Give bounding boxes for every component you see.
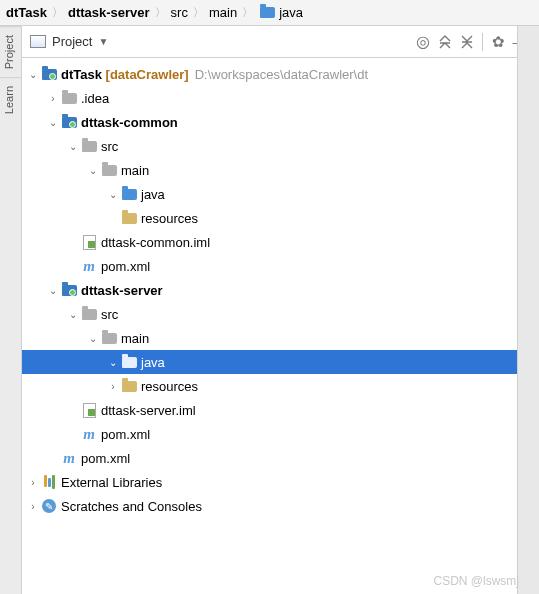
chevron-right-icon: 〉: [52, 5, 63, 20]
tree-node-server-iml[interactable]: › dttask-server.iml: [22, 398, 539, 422]
source-folder-icon: [120, 353, 138, 371]
tree-node-root[interactable]: ⌄ dtTask [dataCrawler] D:\workspaces\dat…: [22, 62, 539, 86]
gear-icon[interactable]: ✿: [487, 31, 509, 53]
scratches-icon: ✎: [40, 497, 58, 515]
folder-icon: [100, 161, 118, 179]
maven-file-icon: m: [80, 257, 98, 275]
tree-node-server-main[interactable]: ⌄ main: [22, 326, 539, 350]
maven-file-icon: m: [80, 425, 98, 443]
module-folder-icon: [60, 281, 78, 299]
tree-node-common-main[interactable]: ⌄ main: [22, 158, 539, 182]
tree-node-external-libraries[interactable]: › External Libraries: [22, 470, 539, 494]
resources-folder-icon: [120, 209, 138, 227]
tool-window-tabs: Project Learn: [0, 26, 22, 594]
breadcrumb: dtTask 〉 dttask-server 〉 src 〉 main 〉 ja…: [0, 0, 539, 26]
module-folder-icon: [40, 65, 58, 83]
collapse-all-icon[interactable]: [456, 31, 478, 53]
chevron-right-icon: 〉: [242, 5, 253, 20]
tree-node-server-pom[interactable]: › m pom.xml: [22, 422, 539, 446]
folder-icon: [258, 4, 276, 22]
project-view-icon: [30, 35, 46, 48]
chevron-down-icon[interactable]: ⌄: [66, 141, 80, 152]
maven-file-icon: m: [60, 449, 78, 467]
tree-node-server-resources[interactable]: › resources: [22, 374, 539, 398]
iml-file-icon: [80, 233, 98, 251]
chevron-right-icon: 〉: [193, 5, 204, 20]
module-folder-icon: [60, 113, 78, 131]
tree-node-common-src[interactable]: ⌄ src: [22, 134, 539, 158]
tree-node-dttask-common[interactable]: ⌄ dttask-common: [22, 110, 539, 134]
chevron-down-icon[interactable]: ⌄: [86, 165, 100, 176]
crumb-dtTask[interactable]: dtTask: [6, 5, 47, 20]
scrollbar[interactable]: [517, 26, 539, 594]
divider: [482, 33, 483, 51]
tree-node-common-java[interactable]: ⌄ java: [22, 182, 539, 206]
chevron-down-icon[interactable]: ⌄: [106, 357, 120, 368]
project-tree[interactable]: ⌄ dtTask [dataCrawler] D:\workspaces\dat…: [22, 58, 539, 594]
tree-node-common-pom[interactable]: › m pom.xml: [22, 254, 539, 278]
source-folder-icon: [120, 185, 138, 203]
crumb-main[interactable]: main: [209, 5, 237, 20]
chevron-down-icon[interactable]: ⌄: [86, 333, 100, 344]
tree-node-root-pom[interactable]: › m pom.xml: [22, 446, 539, 470]
crumb-src[interactable]: src: [171, 5, 188, 20]
tree-node-common-resources[interactable]: › resources: [22, 206, 539, 230]
tree-node-idea[interactable]: › .idea: [22, 86, 539, 110]
watermark: CSDN @lswsmj: [433, 574, 519, 588]
chevron-down-icon[interactable]: ⌄: [106, 189, 120, 200]
chevron-down-icon[interactable]: ⌄: [66, 309, 80, 320]
resources-folder-icon: [120, 377, 138, 395]
tree-node-server-java[interactable]: ⌄ java: [22, 350, 539, 374]
chevron-down-icon[interactable]: ▼: [98, 36, 108, 47]
side-tab-learn[interactable]: Learn: [0, 77, 21, 122]
chevron-right-icon[interactable]: ›: [26, 501, 40, 512]
chevron-down-icon[interactable]: ⌄: [46, 117, 60, 128]
tree-node-dttask-server[interactable]: ⌄ dttask-server: [22, 278, 539, 302]
folder-icon: [80, 137, 98, 155]
iml-file-icon: [80, 401, 98, 419]
crumb-dttask-server[interactable]: dttask-server: [68, 5, 150, 20]
project-panel-header: Project ▼ ◎ ✿ —: [22, 26, 539, 58]
chevron-right-icon[interactable]: ›: [46, 93, 60, 104]
folder-icon: [100, 329, 118, 347]
folder-icon: [60, 89, 78, 107]
tree-node-scratches[interactable]: › ✎ Scratches and Consoles: [22, 494, 539, 518]
chevron-down-icon[interactable]: ⌄: [46, 285, 60, 296]
tree-node-server-src[interactable]: ⌄ src: [22, 302, 539, 326]
locate-target-icon[interactable]: ◎: [412, 31, 434, 53]
chevron-right-icon[interactable]: ›: [106, 381, 120, 392]
side-tab-project[interactable]: Project: [0, 26, 21, 77]
chevron-right-icon[interactable]: ›: [26, 477, 40, 488]
chevron-down-icon[interactable]: ⌄: [26, 69, 40, 80]
libraries-icon: [40, 473, 58, 491]
panel-title[interactable]: Project: [52, 34, 92, 49]
crumb-java[interactable]: java: [258, 4, 303, 22]
chevron-right-icon: 〉: [155, 5, 166, 20]
folder-icon: [80, 305, 98, 323]
tree-node-common-iml[interactable]: › dttask-common.iml: [22, 230, 539, 254]
expand-all-icon[interactable]: [434, 31, 456, 53]
